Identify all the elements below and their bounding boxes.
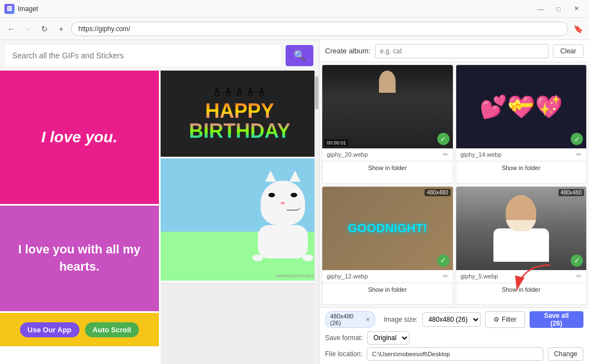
love-text: I love you. <box>36 122 123 152</box>
edit-icon-3[interactable]: ✏ <box>443 272 448 280</box>
format-select[interactable]: Original WEBP GIF MP4 <box>367 331 410 345</box>
gif-love: I love you. <box>0 71 159 204</box>
image-info-4: giphy_5.webp ✏ <box>456 270 587 283</box>
album-label: Create album: <box>325 47 371 55</box>
right-panel: Create album: Clear 00:00:01 ✓ giphy_20.… <box>320 40 589 364</box>
check-2: ✓ <box>571 133 583 145</box>
hearts-deco: 💕💝💖 <box>456 65 587 148</box>
size-badge-4: 480x480 <box>558 189 584 196</box>
main-layout: 🔍 I love you. I love you with all my hea… <box>0 40 589 364</box>
giphy-search-bar: 🔍 <box>0 40 319 71</box>
image-card-2: 💕💝💖 ✓ giphy_14.webp ✏ Show in folder <box>456 64 587 184</box>
image-thumb-1: 00:00:01 ✓ <box>322 65 453 148</box>
giphy-search-button[interactable]: 🔍 <box>286 45 313 66</box>
filter-label: Filter <box>502 316 517 323</box>
show-folder-btn-2[interactable]: Show in folder <box>456 161 587 174</box>
album-bar: Create album: Clear <box>320 40 589 62</box>
change-button[interactable]: Change <box>548 347 583 361</box>
browser-bar: ← → ↻ + 🔖 <box>0 18 589 40</box>
goodnight-text: GOODNIGHT! <box>348 221 427 236</box>
timestamp-1: 00:00:01 <box>325 139 348 146</box>
image-thumb-3: GOODNIGHT! 480x480 ✓ <box>322 187 453 270</box>
file-path-input[interactable] <box>367 347 543 361</box>
tag-label: 480x480 (26) <box>330 313 364 326</box>
address-bar[interactable] <box>71 22 568 36</box>
gif-hearts: I love you with all my hearts. <box>0 206 159 311</box>
format-label: Save format: <box>325 334 363 342</box>
image-info-3: giphy_12.webp ✏ <box>322 270 453 283</box>
face-shape <box>379 71 396 93</box>
save-all-button[interactable]: Save all (26) <box>530 311 583 328</box>
show-folder-btn-4[interactable]: Show in folder <box>456 283 587 296</box>
gif-yellow-bar: Use Our App Auto Scroll <box>0 313 159 346</box>
image-preview-4 <box>456 187 587 270</box>
browser-panel: 🔍 I love you. I love you with all my hea… <box>0 40 320 364</box>
cat-scene: MARIEMEATRABAS <box>161 158 320 281</box>
birthday-text: HAPPYBIRTHDAY <box>189 101 291 141</box>
birthday-candles: 🕯🕯🕯🕯🕯 <box>189 86 291 99</box>
edit-icon-4[interactable]: ✏ <box>576 272 582 280</box>
image-preview-1 <box>322 65 453 148</box>
filter-row: 480x480 (26) × Image size: 480x480 (26) … <box>325 311 583 328</box>
format-row: Save format: Original WEBP GIF MP4 <box>325 331 583 345</box>
image-thumb-4: 480x480 ✓ <box>456 187 587 270</box>
clear-button[interactable]: Clear <box>553 44 583 58</box>
check-3: ✓ <box>437 255 450 267</box>
show-folder-btn-3[interactable]: Show in folder <box>322 283 453 296</box>
show-folder-btn-1[interactable]: Show in folder <box>322 161 453 174</box>
tag-remove-btn[interactable]: × <box>366 316 370 323</box>
image-name-1: giphy_20.webp <box>327 151 368 158</box>
title-bar: 🖼 Imaget — □ ✕ <box>0 0 589 18</box>
image-size-label: Image size: <box>384 316 418 323</box>
image-card-1: 00:00:01 ✓ giphy_20.webp ✏ Show in folde… <box>322 64 453 184</box>
refresh-button[interactable]: ↻ <box>38 22 51 36</box>
app-icon: 🖼 <box>4 4 14 14</box>
check-4: ✓ <box>571 255 583 267</box>
minimize-button[interactable]: — <box>532 3 549 14</box>
back-button[interactable]: ← <box>4 22 18 36</box>
edit-icon-1[interactable]: ✏ <box>443 151 448 158</box>
new-tab-button[interactable]: + <box>54 22 68 36</box>
size-tag-chip: 480x480 (26) × <box>325 311 375 328</box>
edit-icon-2[interactable]: ✏ <box>576 151 582 158</box>
image-preview-2: 💕💝💖 <box>456 65 587 148</box>
bookmark-icon[interactable]: 🔖 <box>571 22 585 36</box>
image-card-4: 480x480 ✓ giphy_5.webp ✏ Show in folder <box>456 186 587 306</box>
bottom-bar: 480x480 (26) × Image size: 480x480 (26) … <box>320 307 589 364</box>
scroll-indicator[interactable] <box>315 71 319 364</box>
filter-icon: ⚙ <box>493 316 500 323</box>
filter-button[interactable]: ⚙ Filter <box>485 311 525 328</box>
gif-cat: MARIEMEATRABAS <box>161 158 320 281</box>
forward-button[interactable]: → <box>21 22 34 36</box>
image-size-select[interactable]: 480x480 (26) <box>422 312 481 327</box>
gif-grid: I love you. I love you with all my heart… <box>0 71 319 364</box>
check-1: ✓ <box>437 133 450 145</box>
image-name-4: giphy_5.webp <box>461 273 498 280</box>
window-controls: — □ ✕ <box>532 3 585 14</box>
image-preview-3: GOODNIGHT! <box>322 187 453 270</box>
gif-empty <box>161 282 320 364</box>
image-info-2: giphy_14.webp ✏ <box>456 148 587 161</box>
image-name-2: giphy_14.webp <box>461 151 502 158</box>
close-button[interactable]: ✕ <box>568 3 585 14</box>
scroll-thumb <box>315 76 318 109</box>
hearts-text: I love you with all my hearts. <box>0 236 159 281</box>
maximize-button[interactable]: □ <box>550 3 567 14</box>
file-row: File location: Change <box>325 347 583 361</box>
use-app-button[interactable]: Use Our App <box>20 322 79 337</box>
image-name-3: giphy_12.webp <box>327 273 368 280</box>
size-badge-3: 480x480 <box>425 189 450 196</box>
image-info-1: giphy_20.webp ✏ <box>322 148 453 161</box>
image-card-3: GOODNIGHT! 480x480 ✓ giphy_12.webp ✏ Sho… <box>322 186 453 306</box>
app-title: Imaget <box>18 5 532 13</box>
file-label: File location: <box>325 350 362 358</box>
giphy-search-input[interactable] <box>6 45 281 66</box>
album-input[interactable] <box>375 44 549 58</box>
auto-scroll-button[interactable]: Auto Scroll <box>85 322 139 337</box>
gif-col-left: I love you. I love you with all my heart… <box>0 71 159 364</box>
image-thumb-2: 💕💝💖 ✓ <box>456 65 587 148</box>
image-grid: 00:00:01 ✓ giphy_20.webp ✏ Show in folde… <box>320 62 589 307</box>
gif-birthday: 🕯🕯🕯🕯🕯 HAPPYBIRTHDAY <box>161 71 320 157</box>
gif-col-right: 🕯🕯🕯🕯🕯 HAPPYBIRTHDAY <box>161 71 320 364</box>
